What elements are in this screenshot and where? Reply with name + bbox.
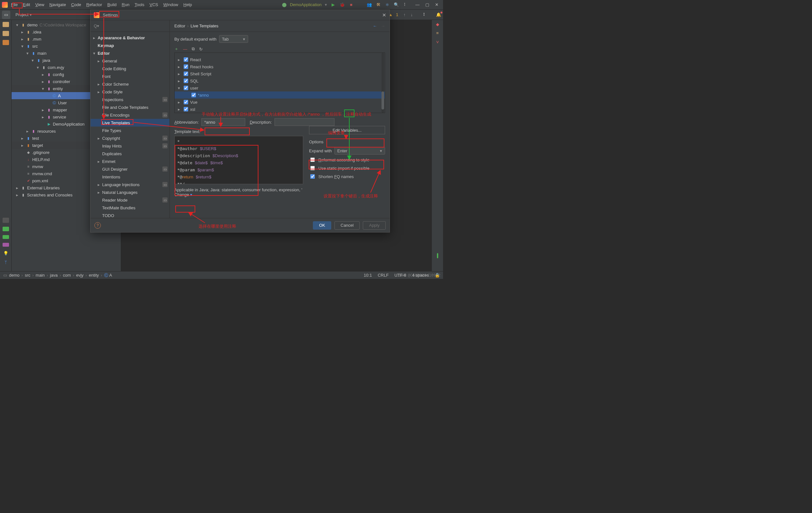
template-item--anno[interactable]: *anno: [175, 91, 385, 98]
settings-item-duplicates[interactable]: Duplicates: [91, 150, 170, 157]
change-link[interactable]: Change ▾: [174, 192, 192, 197]
run-config[interactable]: DemoApplication: [290, 2, 322, 7]
run-icon[interactable]: ⬤: [282, 2, 287, 7]
settings-search[interactable]: Q▾: [91, 20, 170, 32]
settings-item-file-encodings[interactable]: File Encodings▭: [91, 111, 170, 119]
revert-icon[interactable]: ↻: [199, 47, 203, 52]
users-icon[interactable]: 👥: [366, 2, 372, 8]
window-maximize-icon[interactable]: ▢: [425, 2, 429, 7]
breadcrumb-editor[interactable]: Editor: [174, 24, 185, 28]
run-rail-icon[interactable]: [3, 235, 9, 239]
breadcrumb-livetemplates[interactable]: Live Templates: [191, 24, 218, 28]
template-text-editor[interactable]: * *@author $USER$ *@description $Descrip…: [174, 136, 303, 184]
static-import-checkbox[interactable]: Use static import if possible: [309, 165, 385, 171]
template-group-user[interactable]: ▾user: [175, 84, 385, 91]
rail-icon-3[interactable]: [3, 40, 9, 45]
search-everywhere-icon[interactable]: 🔍: [394, 2, 399, 8]
menu-refactor[interactable]: Refactor: [84, 2, 105, 8]
dialog-close-icon[interactable]: ✕: [382, 12, 386, 18]
menu-code[interactable]: Code: [69, 2, 84, 8]
settings-item-code-style[interactable]: ▸Code Style: [91, 88, 170, 96]
right-rail-icon-2[interactable]: ≡: [436, 31, 439, 35]
template-group-vue[interactable]: ▸Vue: [175, 98, 385, 105]
stop-icon[interactable]: ■: [348, 2, 354, 8]
settings-item-reader-mode[interactable]: Reader Mode▭: [91, 196, 170, 204]
settings-item-editor[interactable]: ▾Editor: [91, 49, 170, 57]
settings-item-color-scheme[interactable]: ▸Color Scheme: [91, 80, 170, 88]
remove-icon[interactable]: —: [183, 47, 187, 52]
settings-item-intentions[interactable]: Intentions: [91, 173, 170, 181]
settings-item-code-editing[interactable]: Code Editing: [91, 65, 170, 72]
menu-navigate[interactable]: Navigate: [47, 2, 68, 8]
crumb-main[interactable]: main: [36, 273, 45, 278]
crumb-com[interactable]: com: [63, 273, 71, 278]
status-eol[interactable]: CRLF: [378, 273, 388, 278]
menu-build[interactable]: Build: [105, 2, 119, 8]
settings-item-gui-designer[interactable]: GUI Designer▭: [91, 165, 170, 173]
window-close-icon[interactable]: ✕: [435, 2, 439, 7]
menu-run[interactable]: Run: [119, 2, 132, 8]
edit-variables-button[interactable]: Edit Variables...: [309, 126, 385, 134]
crumb-java[interactable]: java: [50, 273, 58, 278]
settings-item-language-injections[interactable]: ▸Language Injections▭: [91, 181, 170, 188]
copy-icon[interactable]: ⧉: [192, 47, 195, 52]
settings-item-inlay-hints[interactable]: Inlay Hints▭: [91, 142, 170, 150]
chevron-down-icon[interactable]: ▾: [30, 12, 32, 17]
settings-item-keymap[interactable]: Keymap: [91, 41, 170, 49]
settings-item-copyright[interactable]: ▸Copyright▭: [91, 134, 170, 142]
settings-item-file-types[interactable]: File Types: [91, 126, 170, 134]
notifications-icon[interactable]: 🔔: [436, 12, 441, 17]
crumb-src[interactable]: src: [25, 273, 30, 278]
crumb-evjy[interactable]: evjy: [76, 273, 83, 278]
menu-window[interactable]: Window: [161, 2, 181, 8]
crumb-demo[interactable]: demo: [9, 273, 20, 278]
scrollbar[interactable]: [381, 53, 384, 113]
help-icon[interactable]: ?: [94, 222, 101, 229]
tools-icon[interactable]: 🛠: [375, 2, 381, 8]
crumb-entity[interactable]: entity: [89, 273, 99, 278]
rail-icon-1[interactable]: [3, 22, 9, 27]
template-groups-list[interactable]: ▸React▸React hooks▸Shell Script▸SQL▾user…: [174, 53, 385, 113]
template-group-shell-script[interactable]: ▸Shell Script: [175, 70, 385, 77]
status-position[interactable]: 10:1: [364, 273, 372, 278]
settings-item-emmet[interactable]: ▸Emmet: [91, 157, 170, 165]
debug-icon[interactable]: 🐞: [339, 2, 345, 8]
settings-item-inspections[interactable]: Inspections▭: [91, 96, 170, 103]
build-icon[interactable]: [3, 227, 9, 231]
bookmarks-icon[interactable]: [3, 218, 9, 223]
terminal-icon[interactable]: [3, 243, 9, 247]
project-tool-button[interactable]: ▭: [2, 11, 10, 19]
settings-item-textmate-bundles[interactable]: TextMate Bundles: [91, 204, 170, 212]
default-expand-select[interactable]: Tab▾: [219, 35, 248, 43]
nav-down-icon[interactable]: ↓: [411, 12, 413, 17]
settings-item-appearance-behavior[interactable]: ▸Appearance & Behavior: [91, 34, 170, 41]
ok-button[interactable]: OK: [313, 221, 331, 230]
settings-item-font[interactable]: Font: [91, 72, 170, 80]
menu-tools[interactable]: Tools: [132, 2, 147, 8]
right-rail-icon-3[interactable]: ⅴ: [436, 39, 439, 44]
menu-help[interactable]: Help: [181, 2, 195, 8]
run-button-icon[interactable]: ▶: [330, 2, 336, 8]
settings-item-natural-languages[interactable]: ▸Natural Languages: [91, 188, 170, 196]
template-group-xsl[interactable]: ▸xsl: [175, 105, 385, 113]
shorten-fq-checkbox[interactable]: Shorten FQ names: [309, 173, 385, 180]
menu-vcs[interactable]: VCS: [147, 2, 161, 8]
menu-edit[interactable]: Edit: [20, 2, 33, 8]
more-icon[interactable]: ⠇: [423, 12, 426, 17]
settings-icon[interactable]: ⠇: [402, 2, 408, 8]
right-rail-icon-1[interactable]: ◆: [436, 22, 439, 27]
expand-with-select[interactable]: Enter▾: [335, 147, 385, 155]
menu-file[interactable]: File: [8, 2, 20, 8]
project-panel-label[interactable]: Project: [16, 12, 28, 17]
cancel-button[interactable]: Cancel: [335, 221, 359, 230]
apply-button[interactable]: Apply: [363, 221, 386, 230]
status-tool-icon[interactable]: ▭: [3, 273, 7, 278]
template-group-sql[interactable]: ▸SQL: [175, 77, 385, 84]
nav-back-icon[interactable]: ←: [373, 24, 377, 28]
chevron-down-icon[interactable]: ▾: [325, 2, 327, 7]
settings-item-general[interactable]: ▸General: [91, 57, 170, 65]
atom-icon[interactable]: ⚛: [384, 2, 390, 8]
window-minimize-icon[interactable]: —: [415, 2, 419, 7]
rail-icon-2[interactable]: [3, 31, 9, 36]
abbreviation-input[interactable]: [201, 118, 245, 126]
